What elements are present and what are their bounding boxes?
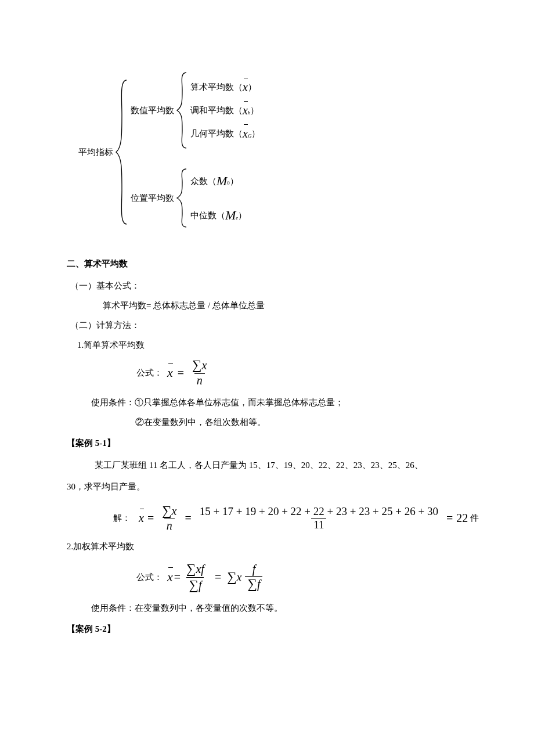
formula-label: 公式： (136, 366, 163, 380)
tree-branch: 位置平均数 众数（ M0 ） 中位数（ Me ） (131, 161, 260, 235)
numerator: 15 + 17 + 19 + 20 + 22 + 22 + 23 + 23 + … (197, 505, 441, 518)
symbol-m: M (217, 171, 227, 191)
condition-text: ②在变量数列中，各组次数相等。 (135, 415, 467, 429)
subscript: G (248, 132, 252, 140)
fraction: 15 + 17 + 19 + 20 + 22 + 22 + 23 + 23 + … (197, 505, 441, 531)
document-page: 平均指标 数值平均数 算术平均数（ x ） (0, 0, 534, 675)
branch-label: 数值平均数 (131, 103, 174, 117)
condition-text: 使用条件：在变量数列中，各变量值的次数不等。 (91, 601, 467, 615)
symbol-m: M (225, 205, 236, 225)
equals-sign: = (181, 509, 194, 527)
case-title: 【案例 5-2】 (67, 622, 467, 636)
section-heading: 二、算术平均数 (67, 257, 467, 271)
symbol-xbar: x (243, 81, 248, 93)
solution-formula: 解： x = ∑x n = 15 + 17 + 19 + 20 + 22 + 2… (113, 503, 467, 532)
leaf-close: ） (251, 127, 260, 141)
leaf-close: ） (230, 174, 239, 188)
formula: 公式： x = ∑x n (136, 358, 467, 387)
subsection-title: （一）基本公式： (70, 279, 467, 293)
brace-icon (174, 70, 190, 151)
equals-sign: = (209, 568, 227, 586)
formula: 公式： x = ∑xf ∑f = ∑ x f ∑f (136, 561, 467, 593)
brace-icon (113, 77, 131, 228)
brace-icon (174, 166, 190, 230)
symbol-xbar: x (167, 571, 173, 584)
leaf-text: 几何平均数（ (190, 127, 243, 141)
classification-tree: 平均指标 数值平均数 算术平均数（ x ） (78, 70, 467, 235)
leaf-close: ） (250, 103, 259, 117)
symbol-x: x (237, 568, 242, 586)
tree-branch: 数值平均数 算术平均数（ x ） 调和平均数（ xh ） (131, 70, 260, 151)
subscript: e (236, 214, 238, 222)
spacer (131, 151, 260, 161)
subsection-title: （二）计算方法： (70, 318, 467, 332)
leaf-item: 调和平均数（ xh ） (190, 99, 260, 122)
leaf-close: ） (248, 80, 257, 94)
equals-sign: = (443, 509, 456, 527)
leaf-item: 众数（ M0 ） (190, 164, 247, 198)
fraction: ∑xf ∑f (184, 561, 207, 593)
branch-label: 位置平均数 (131, 191, 174, 205)
method-title: 1.简单算术平均数 (77, 338, 467, 352)
tree-children: 数值平均数 算术平均数（ x ） 调和平均数（ xh ） (131, 70, 260, 235)
fraction: ∑x n (190, 358, 209, 387)
leaf-list: 算术平均数（ x ） 调和平均数（ xh ） 几何平均数（ xG ） (190, 73, 260, 147)
body-text: 算术平均数= 总体标志总量 / 总体单位总量 (103, 298, 467, 312)
symbol-xbar: x (139, 512, 144, 524)
symbol-xbar: x (243, 105, 248, 116)
leaf-text: 调和平均数（ (190, 103, 243, 117)
symbol-xbar: x (243, 128, 248, 139)
leaf-list: 众数（ M0 ） 中位数（ Me ） (190, 161, 247, 235)
leaf-close: ） (238, 208, 247, 222)
fraction: ∑x n (160, 503, 179, 532)
leaf-text: 众数（ (190, 174, 217, 188)
result-unit: 件 (470, 511, 479, 525)
result-value: 22 (456, 509, 468, 527)
symbol-xbar: x (167, 366, 173, 379)
equals-sign: = (174, 363, 187, 382)
formula-label: 公式： (136, 570, 163, 584)
method-title: 2.加权算术平均数 (67, 539, 467, 553)
solution-label: 解： (113, 511, 131, 525)
leaf-item: 几何平均数（ xG ） (190, 122, 260, 145)
equals-sign: = (173, 568, 182, 586)
leaf-item: 中位数（ Me ） (190, 198, 247, 232)
denominator: 11 (311, 518, 326, 531)
fraction: f ∑f (245, 563, 262, 592)
leaf-text: 算术平均数（ (190, 80, 243, 94)
leaf-text: 中位数（ (190, 208, 225, 222)
subscript: h (248, 109, 251, 117)
case-title: 【案例 5-1】 (67, 436, 467, 450)
equals-sign: = (144, 509, 157, 527)
tree-root-label: 平均指标 (78, 145, 113, 159)
leaf-item: 算术平均数（ x ） (190, 75, 260, 99)
condition-text: 使用条件：①只掌握总体各单位标志值，而未掌握总体标志总量； (91, 395, 467, 409)
sum-operator: ∑ (227, 567, 236, 588)
subscript: 0 (227, 179, 230, 187)
case-body: 某工厂某班组 11 名工人，各人日产量为 15、17、19、20、22、22、2… (67, 456, 467, 475)
case-body: 30，求平均日产量。 (67, 477, 467, 496)
